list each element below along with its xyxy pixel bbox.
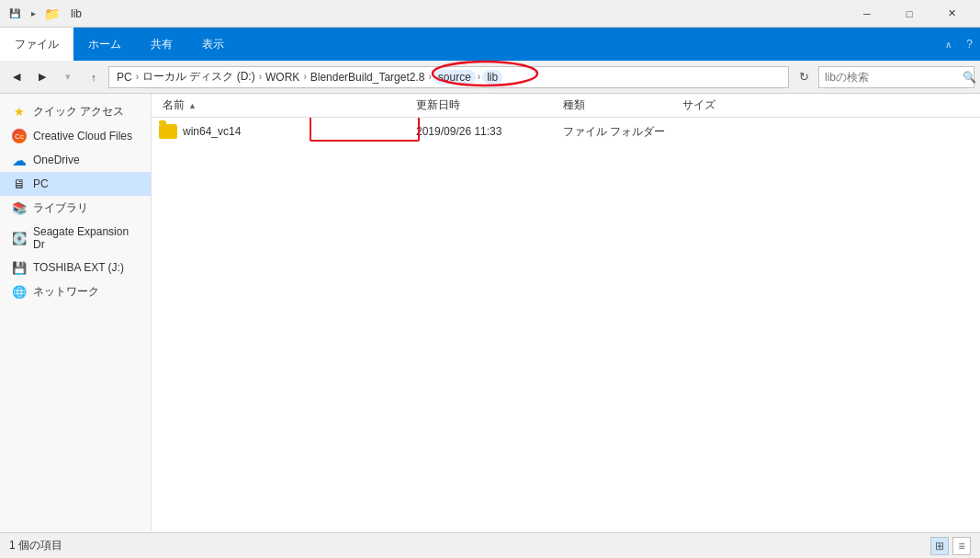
path-arrow-3: › — [301, 72, 308, 82]
col-header-name[interactable]: 名前 ▲ — [159, 97, 416, 113]
sidebar-label-library: ライブラリ — [33, 200, 88, 216]
sidebar-item-pc[interactable]: 🖥 PC — [0, 172, 151, 196]
path-arrow-1: › — [134, 72, 141, 82]
file-date: 2019/09/26 11:33 — [416, 125, 563, 138]
file-area: 名前 ▲ 更新日時 種類 サイズ win64_vc14 — [152, 94, 980, 532]
sidebar-item-network[interactable]: 🌐 ネットワーク — [0, 279, 151, 304]
toshiba-icon: 💾 — [11, 260, 28, 275]
search-input[interactable] — [825, 71, 963, 84]
sidebar-item-onedrive[interactable]: ☁ OneDrive — [0, 148, 151, 172]
sidebar-label-network: ネットワーク — [33, 284, 99, 300]
address-bar: ◀ ▶ ▾ ↑ PC › ローカル ディスク (D:) › WORK › Ble… — [0, 61, 980, 94]
view-grid-btn[interactable]: ⊞ — [930, 537, 949, 555]
refresh-button[interactable]: ↻ — [793, 66, 815, 88]
status-bar: 1 個の項目 ⊞ ≡ — [0, 532, 980, 558]
path-lib[interactable]: lib — [482, 70, 502, 85]
search-icon[interactable]: 🔍 — [963, 71, 976, 84]
col-header-type[interactable]: 種類 — [563, 97, 682, 113]
file-name-cell: win64_vc14 — [159, 124, 416, 139]
quick-access-icon: ★ — [11, 105, 28, 120]
close-button[interactable]: ✕ — [930, 0, 973, 28]
minimize-button[interactable]: ─ — [846, 0, 888, 28]
ribbon-tab-home[interactable]: ホーム — [73, 28, 136, 61]
path-pc[interactable]: PC — [115, 71, 134, 84]
table-row[interactable]: win64_vc14 2019/09/26 11:33 ファイル フォルダー — [152, 118, 980, 145]
path-arrow-4: › — [426, 72, 433, 82]
creative-cloud-icon: Cc — [11, 129, 28, 143]
sidebar-label-quick-access: クイック アクセス — [33, 104, 124, 120]
main-panel: ★ クイック アクセス Cc Creative Cloud Files ☁ On… — [0, 94, 980, 532]
col-header-size[interactable]: サイズ — [682, 97, 774, 113]
sort-arrow-name: ▲ — [188, 101, 197, 110]
folder-icon — [159, 124, 177, 139]
ribbon-tab-view[interactable]: 表示 — [187, 28, 239, 61]
status-bar-right: ⊞ ≡ — [930, 537, 971, 555]
path-source[interactable]: source — [434, 70, 476, 85]
sidebar-label-pc: PC — [33, 177, 49, 190]
maximize-button[interactable]: □ — [888, 0, 930, 28]
sidebar-label-creative-cloud: Creative Cloud Files — [33, 130, 132, 142]
ribbon-tab-file[interactable]: ファイル — [0, 28, 73, 61]
library-icon: 📚 — [11, 201, 28, 216]
pc-icon: 🖥 — [11, 177, 28, 191]
file-name-text: win64_vc14 — [183, 125, 241, 138]
back-button[interactable]: ◀ — [6, 66, 28, 88]
ribbon: ファイル ホーム 共有 表示 ∧ ? — [0, 28, 980, 61]
status-count: 1 個の項目 — [9, 538, 62, 553]
search-box[interactable]: 🔍 — [818, 66, 974, 88]
sidebar-item-seagate[interactable]: 💽 Seagate Expansion Dr — [0, 221, 151, 256]
address-path[interactable]: PC › ローカル ディスク (D:) › WORK › BlenderBuil… — [108, 66, 789, 88]
sidebar-item-toshiba[interactable]: 💾 TOSHIBA EXT (J:) — [0, 256, 151, 279]
path-arrow-2: › — [257, 72, 264, 82]
onedrive-icon: ☁ — [11, 153, 28, 167]
title-bar-system-icons: 💾 ▸ 📁 — [7, 6, 63, 21]
sidebar-label-toshiba: TOSHIBA EXT (J:) — [33, 261, 124, 274]
sidebar-item-creative-cloud[interactable]: Cc Creative Cloud Files — [0, 124, 151, 148]
path-blender[interactable]: BlenderBuild_Target2.8 — [309, 71, 427, 84]
sidebar-label-onedrive: OneDrive — [33, 154, 80, 166]
sidebar-label-seagate: Seagate Expansion Dr — [33, 225, 143, 251]
file-type: ファイル フォルダー — [563, 124, 682, 140]
file-list: win64_vc14 2019/09/26 11:33 ファイル フォルダー — [152, 118, 980, 532]
column-header: 名前 ▲ 更新日時 種類 サイズ — [152, 94, 980, 118]
path-work[interactable]: WORK — [264, 71, 301, 84]
ribbon-help-btn[interactable]: ? — [959, 28, 980, 61]
up-button[interactable]: ↑ — [83, 66, 105, 88]
title-icon-save: 💾 — [7, 6, 22, 21]
title-folder-icon: 📁 — [44, 6, 60, 21]
title-bar: 💾 ▸ 📁 lib ─ □ ✕ — [0, 0, 980, 28]
sidebar-item-quick-access[interactable]: ★ クイック アクセス — [0, 99, 151, 124]
network-icon: 🌐 — [11, 285, 28, 300]
title-bar-controls: ─ □ ✕ — [846, 0, 973, 28]
sidebar-item-library[interactable]: 📚 ライブラリ — [0, 196, 151, 221]
col-header-date[interactable]: 更新日時 — [416, 97, 563, 113]
path-drive[interactable]: ローカル ディスク (D:) — [141, 69, 257, 85]
ribbon-tab-share[interactable]: 共有 — [136, 28, 187, 61]
title-icon-arrow: ▸ — [26, 6, 40, 21]
view-list-btn[interactable]: ≡ — [952, 537, 971, 555]
ribbon-collapse-btn[interactable]: ∧ — [938, 28, 959, 61]
forward-button[interactable]: ▶ — [31, 66, 53, 88]
seagate-icon: 💽 — [11, 231, 28, 245]
path-arrow-5: › — [476, 72, 482, 82]
sidebar: ★ クイック アクセス Cc Creative Cloud Files ☁ On… — [0, 94, 152, 532]
title-bar-text: lib — [71, 7, 846, 20]
recent-btn[interactable]: ▾ — [57, 66, 79, 88]
